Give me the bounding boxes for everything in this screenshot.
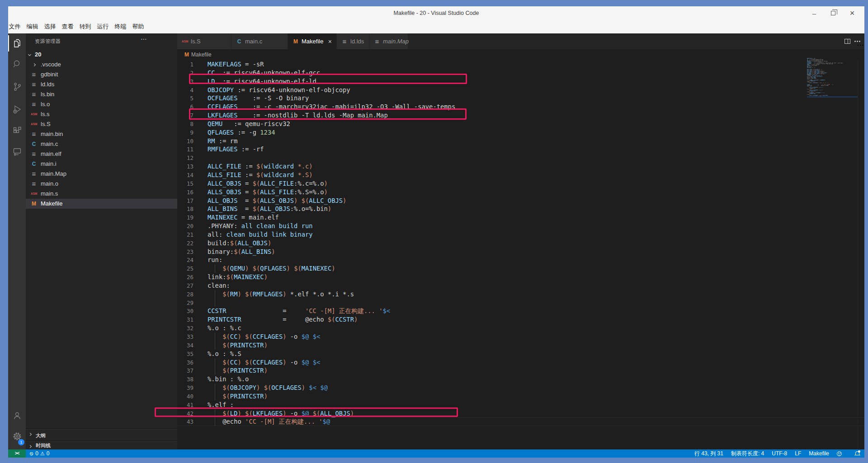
split-editor-icon[interactable] bbox=[844, 39, 850, 44]
file-row-main.Map[interactable]: ≡main.Map bbox=[26, 169, 177, 179]
code-line-1[interactable]: 1MAKEFLAGS = -sR bbox=[177, 60, 864, 69]
code-line-36[interactable]: 36 $(CC) $(CCFLAGES) -o $@ $< bbox=[177, 358, 864, 367]
file-row-ls.bin[interactable]: ≡ls.bin bbox=[26, 89, 177, 99]
status-item[interactable]: UTF-8 bbox=[772, 450, 787, 457]
tab-main.Map[interactable]: ≡main.Map bbox=[369, 33, 408, 49]
status-item[interactable]: LF bbox=[795, 450, 801, 457]
explorer-actions-icon[interactable]: ⋯ bbox=[141, 35, 147, 42]
line-text: $(PRINTCSTR) bbox=[208, 341, 268, 350]
tab-ls.S[interactable]: ASMls.S bbox=[177, 33, 231, 49]
code-line-23[interactable]: 23binary:$(ALL_BINS) bbox=[177, 248, 864, 256]
code-line-27[interactable]: 27clean: bbox=[177, 281, 864, 290]
code-line-35[interactable]: 35%.o : %.S bbox=[177, 350, 864, 358]
code-line-30[interactable]: 30CCSTR = 'CC -[M] 正在构建... '$< bbox=[177, 307, 864, 315]
line-text: all: clean build link binary bbox=[208, 230, 313, 239]
scrollbar[interactable] bbox=[858, 60, 858, 449]
file-row-ls.S[interactable]: ASMls.S bbox=[26, 119, 177, 129]
explorer-icon[interactable] bbox=[8, 33, 26, 53]
code-line-37[interactable]: 37 $(PRINTCSTR) bbox=[177, 366, 864, 375]
status-item[interactable]: 行 43, 列 31 bbox=[694, 450, 723, 458]
menu-item[interactable]: 编辑 bbox=[24, 20, 41, 33]
outline-section[interactable]: 大纲 bbox=[26, 429, 177, 441]
code-line-10[interactable]: 10RM := rm bbox=[177, 137, 864, 145]
code-line-17[interactable]: 17ALL_OBJS = $(ALLS_OBJS) $(ALLC_OBJS) bbox=[177, 196, 864, 205]
code-line-21[interactable]: 21all: clean build link binary bbox=[177, 230, 864, 239]
tab-main.c[interactable]: Cmain.c bbox=[231, 33, 288, 49]
tab-Makefile[interactable]: MMakefile× bbox=[288, 33, 337, 49]
file-row-ls.s[interactable]: ASMls.s bbox=[26, 109, 177, 119]
file-row-.vscode[interactable]: .vscode bbox=[26, 60, 177, 70]
code-line-13[interactable]: 13ALLC_FILE := $(wildcard *.c) bbox=[177, 162, 864, 171]
file-row-main.elf[interactable]: ≡main.elf bbox=[26, 149, 177, 159]
menu-item[interactable]: 运行 bbox=[94, 20, 112, 33]
source-control-icon[interactable] bbox=[8, 77, 26, 97]
file-row-ls.o[interactable]: ≡ls.o bbox=[26, 99, 177, 109]
file-row-main.bin[interactable]: ≡main.bin bbox=[26, 129, 177, 139]
minimize-button[interactable]: – bbox=[805, 6, 824, 20]
code-line-19[interactable]: 19MAINEXEC = main.elf bbox=[177, 213, 864, 222]
code-line-14[interactable]: 14ALLS_FILE := $(wildcard *.S) bbox=[177, 171, 864, 179]
folder-row-20[interactable]: 20 bbox=[26, 50, 177, 60]
code-line-39[interactable]: 39 $(OBJCOPY) $(OCFLAGES) $< $@ bbox=[177, 383, 864, 392]
code-line-12[interactable]: 12 bbox=[177, 154, 864, 162]
menu-item[interactable]: 帮助 bbox=[129, 20, 147, 33]
code-line-16[interactable]: 16ALLS_OBJS = $(ALLS_FILE:%.S=%.o) bbox=[177, 188, 864, 196]
code-line-33[interactable]: 33 $(CC) $(CCFLAGES) -o $@ $< bbox=[177, 332, 864, 341]
status-item[interactable]: 制表符长度: 4 bbox=[731, 450, 764, 458]
remote-indicator[interactable]: >< bbox=[8, 449, 26, 458]
code-line-24[interactable]: 24run: bbox=[177, 256, 864, 264]
menu-item[interactable]: 文件 bbox=[6, 20, 24, 33]
code-line-38[interactable]: 38%.bin : %.o bbox=[177, 375, 864, 383]
code-line-26[interactable]: 26link:$(MAINEXEC) bbox=[177, 273, 864, 281]
extensions-icon[interactable] bbox=[8, 121, 26, 141]
file-row-main.o[interactable]: ≡main.o bbox=[26, 179, 177, 189]
code-line-4[interactable]: 4OBJCOPY := riscv64-unknown-elf-objcopy bbox=[177, 86, 864, 94]
file-row-main.s[interactable]: ASMmain.s bbox=[26, 189, 177, 199]
run-debug-icon[interactable] bbox=[8, 99, 26, 119]
minimap[interactable]: MAKEFLAGS = -sRCC := riscv64-unknown-elf… bbox=[807, 58, 858, 148]
file-row-main.i[interactable]: Cmain.i bbox=[26, 159, 177, 169]
code-line-28[interactable]: 28 $(RM) $(RMFLAGES) *.elf *.o *.i *.s bbox=[177, 290, 864, 299]
line-number: 5 bbox=[177, 94, 193, 103]
code-line-29[interactable]: 29 bbox=[177, 299, 864, 307]
file-row-gdbinit[interactable]: ≡gdbinit bbox=[26, 70, 177, 80]
menu-item[interactable]: 查看 bbox=[59, 20, 76, 33]
file-row-main.c[interactable]: Cmain.c bbox=[26, 139, 177, 149]
close-button[interactable]: × bbox=[843, 6, 862, 20]
tab-close-icon[interactable]: × bbox=[328, 38, 332, 45]
account-icon[interactable] bbox=[8, 406, 26, 426]
editor-actions-icon[interactable]: ⋯ bbox=[857, 41, 858, 42]
menu-item[interactable]: 选择 bbox=[41, 20, 59, 33]
restore-button[interactable] bbox=[824, 6, 843, 20]
code-line-5[interactable]: 5OCFLAGES := -S -O binary bbox=[177, 94, 864, 103]
breadcrumb[interactable]: M Makefile bbox=[177, 49, 864, 60]
file-row-Makefile[interactable]: MMakefile bbox=[26, 199, 177, 209]
code-line-8[interactable]: 8QEMU := qemu-riscv32 bbox=[177, 120, 864, 128]
code-line-31[interactable]: 31PRINTCSTR = @echo $(CCSTR) bbox=[177, 315, 864, 324]
code-line-25[interactable]: 25 $(QEMU) $(QFLAGES) $(MAINEXEC) bbox=[177, 264, 864, 273]
search-icon[interactable] bbox=[8, 54, 26, 74]
settings-gear-icon[interactable]: 1 bbox=[8, 426, 26, 446]
code-line-40[interactable]: 40 $(PRINTCSTR) bbox=[177, 392, 864, 401]
code-line-15[interactable]: 15ALLC_OBJS = $(ALLC_FILE:%.c=%.o) bbox=[177, 179, 864, 188]
timeline-section[interactable]: 时间线 bbox=[26, 441, 177, 449]
tab-ld.lds[interactable]: ≡ld.lds bbox=[337, 33, 369, 49]
code-line-34[interactable]: 34 $(PRINTCSTR) bbox=[177, 341, 864, 350]
menu-item[interactable]: 终端 bbox=[112, 20, 129, 33]
file-row-ld.lds[interactable]: ≡ld.lds bbox=[26, 80, 177, 89]
feedback-icon[interactable] bbox=[837, 451, 842, 456]
code-line-20[interactable]: 20.PHYANY: all clean build run bbox=[177, 222, 864, 230]
status-item[interactable]: Makefile bbox=[809, 450, 829, 457]
code-line-22[interactable]: 22build:$(ALL_OBJS) bbox=[177, 239, 864, 248]
menu-item[interactable]: 转到 bbox=[76, 20, 94, 33]
code-line-11[interactable]: 11RMFLAGES := -rf bbox=[177, 145, 864, 154]
code-line-32[interactable]: 32%.o : %.c bbox=[177, 324, 864, 332]
notifications-bell-icon[interactable] bbox=[855, 451, 859, 455]
code-line-9[interactable]: 9QFLAGES := -g 1234 bbox=[177, 128, 864, 137]
minimap-content: MAKEFLAGS = -sRCC := riscv64-unknown-elf… bbox=[807, 58, 858, 97]
remote-explorer-icon[interactable] bbox=[8, 142, 26, 162]
line-number: 35 bbox=[177, 350, 193, 358]
code-line-18[interactable]: 18ALL_BINS = $(ALL_OBJS:%.o=%.bin) bbox=[177, 205, 864, 213]
problems-status[interactable]: ⊘0 ⚠0 bbox=[29, 450, 49, 457]
code-line-43[interactable]: 43 @echo 'CC -[M] 正在构建... '$@ bbox=[177, 417, 864, 426]
